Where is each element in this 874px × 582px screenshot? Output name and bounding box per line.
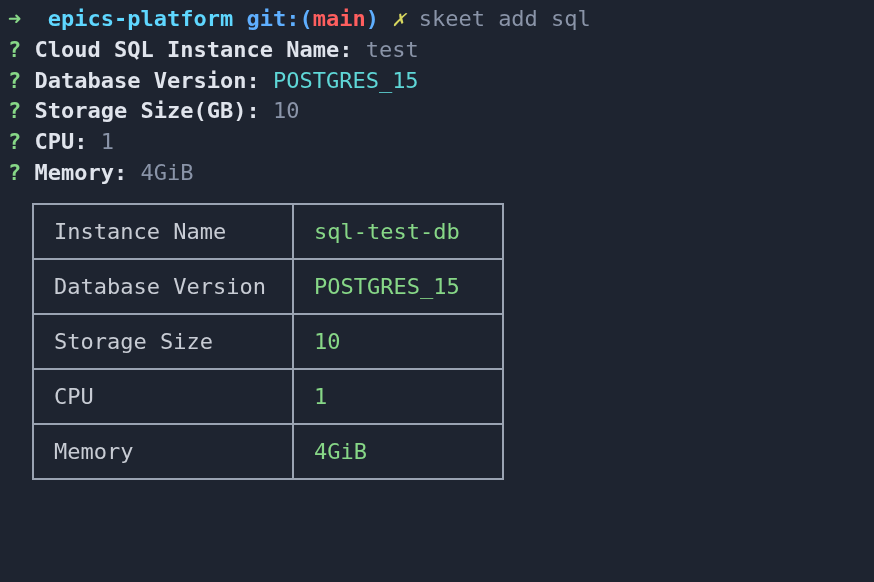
- git-paren-open: (: [299, 6, 312, 31]
- table-row: Database Version POSTGRES_15: [33, 259, 503, 314]
- question-line: ? Storage Size(GB): 10: [8, 96, 866, 127]
- question-mark-icon: ?: [8, 160, 21, 185]
- question-mark-icon: ?: [8, 98, 21, 123]
- table-row: Storage Size 10: [33, 314, 503, 369]
- table-cell-value: 10: [293, 314, 503, 369]
- question-label: Database Version:: [35, 68, 260, 93]
- question-answer[interactable]: 4GiB: [140, 160, 193, 185]
- table-cell-key: Instance Name: [33, 204, 293, 259]
- git-branch: main: [313, 6, 366, 31]
- table-cell-key: Database Version: [33, 259, 293, 314]
- question-label: Cloud SQL Instance Name:: [35, 37, 353, 62]
- table-row: CPU 1: [33, 369, 503, 424]
- table-row: Memory 4GiB: [33, 424, 503, 479]
- question-mark-icon: ?: [8, 129, 21, 154]
- question-label: Memory:: [35, 160, 128, 185]
- question-label: Storage Size(GB):: [35, 98, 260, 123]
- git-paren-close: ): [366, 6, 379, 31]
- project-name: epics-platform: [48, 6, 233, 31]
- git-label: git:: [246, 6, 299, 31]
- question-mark-icon: ?: [8, 68, 21, 93]
- table-cell-value: 4GiB: [293, 424, 503, 479]
- question-line: ? Memory: 4GiB: [8, 158, 866, 189]
- table-cell-value: sql-test-db: [293, 204, 503, 259]
- question-mark-icon: ?: [8, 37, 21, 62]
- table-cell-key: Storage Size: [33, 314, 293, 369]
- shell-prompt-line: ➜ epics-platform git:(main) ✗ skeet add …: [8, 4, 866, 35]
- summary-table: Instance Name sql-test-db Database Versi…: [32, 203, 504, 480]
- question-answer[interactable]: test: [366, 37, 419, 62]
- question-line: ? Database Version: POSTGRES_15: [8, 66, 866, 97]
- question-label: CPU:: [35, 129, 88, 154]
- question-answer[interactable]: 10: [273, 98, 300, 123]
- prompt-arrow-icon: ➜: [8, 6, 21, 31]
- table-row: Instance Name sql-test-db: [33, 204, 503, 259]
- command-text[interactable]: skeet add sql: [419, 6, 591, 31]
- question-line: ? CPU: 1: [8, 127, 866, 158]
- table-cell-key: CPU: [33, 369, 293, 424]
- table-cell-value: POSTGRES_15: [293, 259, 503, 314]
- table-cell-value: 1: [293, 369, 503, 424]
- dirty-icon: ✗: [392, 6, 405, 31]
- question-line: ? Cloud SQL Instance Name: test: [8, 35, 866, 66]
- question-answer[interactable]: 1: [101, 129, 114, 154]
- question-answer[interactable]: POSTGRES_15: [273, 68, 419, 93]
- table-cell-key: Memory: [33, 424, 293, 479]
